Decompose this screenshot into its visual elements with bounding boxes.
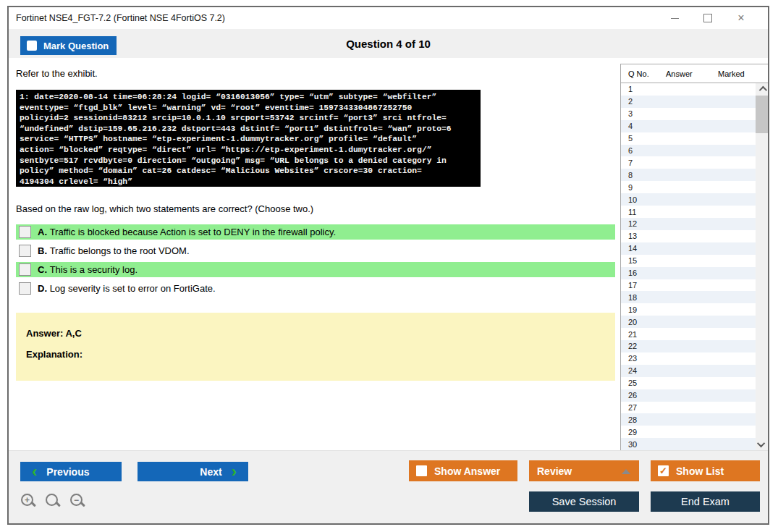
maximize-button[interactable]	[691, 9, 724, 28]
mark-question-checkbox[interactable]	[27, 41, 37, 51]
previous-button[interactable]: ‹ Previous	[20, 462, 122, 481]
question-list-row[interactable]: 12	[621, 218, 756, 230]
show-answer-label: Show Answer	[434, 465, 500, 477]
bottom-toolbar: ‹ Previous Next › + − Show Answer Review	[9, 450, 768, 525]
question-list-scrollbar[interactable]	[756, 83, 768, 450]
question-list-row[interactable]: 29	[621, 426, 756, 438]
zoom-out-icon[interactable]: −	[69, 493, 87, 510]
option-letter: A.	[38, 227, 50, 237]
question-list-row[interactable]: 2	[621, 96, 756, 108]
answer-option[interactable]: A. Traffic is blocked because Action is …	[16, 224, 615, 240]
triangle-up-icon	[622, 469, 630, 474]
option-checkbox[interactable]	[19, 245, 31, 257]
answer-option[interactable]: B. Traffic belongs to the root VDOM.	[16, 243, 615, 258]
show-list-checkbox[interactable]: ✓	[658, 465, 669, 476]
scrollbar-thumb[interactable]	[756, 96, 768, 133]
minimize-button[interactable]	[658, 9, 691, 28]
options-list: A. Traffic is blocked because Action is …	[16, 224, 615, 296]
question-list-row[interactable]: 17	[621, 279, 756, 292]
question-list-row[interactable]: 20	[621, 316, 756, 328]
option-letter: C.	[38, 264, 50, 275]
mark-question-button[interactable]: Mark Question	[20, 36, 117, 55]
column-header-answer: Answer	[666, 69, 718, 78]
question-list-row[interactable]: 28	[621, 413, 756, 426]
question-list-row[interactable]: 15	[621, 255, 756, 267]
question-list-row[interactable]: 11	[621, 206, 756, 218]
end-exam-button[interactable]: End Exam	[651, 491, 760, 512]
question-list-row[interactable]: 4	[621, 120, 756, 132]
next-button[interactable]: Next ›	[138, 462, 248, 481]
option-text: Traffic is blocked because Action is set…	[50, 227, 336, 237]
save-session-label: Save Session	[552, 496, 617, 507]
review-button[interactable]: Review	[529, 460, 639, 481]
header-band: Mark Question Question 4 of 10	[9, 29, 768, 58]
question-list-row[interactable]: 3	[621, 108, 756, 120]
question-list-row[interactable]: 22	[621, 340, 756, 352]
question-list-row[interactable]: 14	[621, 242, 756, 255]
question-list-row[interactable]: 9	[621, 181, 756, 193]
scroll-up-button[interactable]	[756, 83, 768, 95]
question-list-row[interactable]: 21	[621, 328, 756, 340]
question-list-row[interactable]: 6	[621, 145, 756, 157]
answer-box: Answer: A,C Explanation:	[16, 313, 615, 381]
question-list-row[interactable]: 25	[621, 377, 756, 389]
column-header-qno: Q No.	[621, 69, 666, 78]
option-text: Log severity is set to error on FortiGat…	[50, 283, 216, 294]
question-list-row[interactable]: 30	[621, 438, 756, 450]
show-list-button[interactable]: ✓ Show List	[651, 460, 760, 481]
previous-label: Previous	[46, 466, 89, 478]
question-list-row[interactable]: 27	[621, 402, 756, 414]
close-button[interactable]: ×	[724, 9, 758, 28]
zoom-in-icon[interactable]: +	[20, 493, 38, 510]
option-letter: D.	[38, 283, 50, 294]
mark-question-label: Mark Question	[43, 41, 109, 51]
question-list-row[interactable]: 18	[621, 291, 756, 303]
question-list-header: Q No. Answer Marked	[621, 64, 768, 83]
question-counter: Question 4 of 10	[346, 38, 431, 50]
question-list-rows: 1234567891011121314151617181920212223242…	[621, 83, 756, 450]
question-list-row[interactable]: 19	[621, 303, 756, 316]
question-list-row[interactable]: 10	[621, 193, 756, 206]
close-icon: ×	[737, 12, 744, 24]
exhibit-log: 1: date=2020-08-14 time=06:28:24 logid= …	[16, 90, 481, 187]
zoom-tools: + −	[20, 493, 87, 510]
question-panel: Refer to the exhibit. 1: date=2020-08-14…	[9, 58, 620, 450]
option-checkbox[interactable]	[19, 282, 31, 295]
chevron-up-icon	[758, 86, 766, 94]
option-text: This is a security log.	[50, 264, 138, 275]
review-label: Review	[537, 465, 572, 477]
chevron-down-icon	[756, 439, 764, 447]
app-window: Fortinet NSE4_FGT-7.2 (Fortinet NSE 4For…	[7, 6, 769, 525]
end-exam-label: End Exam	[681, 496, 730, 507]
exhibit-label: Refer to the exhibit.	[16, 68, 620, 79]
scroll-down-button[interactable]	[756, 439, 768, 450]
answer-label: Answer: A,C	[26, 328, 615, 339]
option-letter: B.	[38, 245, 50, 256]
maximize-icon	[703, 14, 712, 22]
minimize-icon	[671, 18, 679, 19]
option-checkbox[interactable]	[19, 263, 31, 276]
window-title: Fortinet NSE4_FGT-7.2 (Fortinet NSE 4For…	[9, 13, 658, 23]
question-list-row[interactable]: 23	[621, 352, 756, 365]
show-list-label: Show List	[676, 465, 724, 477]
question-list-row[interactable]: 16	[621, 267, 756, 279]
question-list-body: 1234567891011121314151617181920212223242…	[621, 83, 768, 450]
question-list-row[interactable]: 13	[621, 230, 756, 242]
question-list-row[interactable]: 24	[621, 365, 756, 377]
option-checkbox[interactable]	[19, 226, 31, 238]
question-list-row[interactable]: 26	[621, 389, 756, 402]
option-text: Traffic belongs to the root VDOM.	[50, 245, 190, 256]
column-header-marked: Marked	[718, 69, 768, 78]
save-session-button[interactable]: Save Session	[529, 491, 639, 512]
answer-option[interactable]: C. This is a security log.	[16, 262, 615, 277]
question-list-row[interactable]: 1	[621, 83, 756, 96]
question-list-row[interactable]: 8	[621, 169, 756, 181]
question-list-row[interactable]: 5	[621, 132, 756, 145]
show-answer-button[interactable]: Show Answer	[409, 460, 517, 481]
question-list-panel: Q No. Answer Marked 12345678910111213141…	[620, 64, 768, 450]
title-bar: Fortinet NSE4_FGT-7.2 (Fortinet NSE 4For…	[9, 7, 768, 29]
magnifier-icon[interactable]	[45, 493, 62, 510]
answer-option[interactable]: D. Log severity is set to error on Forti…	[16, 281, 615, 296]
show-answer-checkbox[interactable]	[416, 465, 427, 476]
question-list-row[interactable]: 7	[621, 156, 756, 169]
